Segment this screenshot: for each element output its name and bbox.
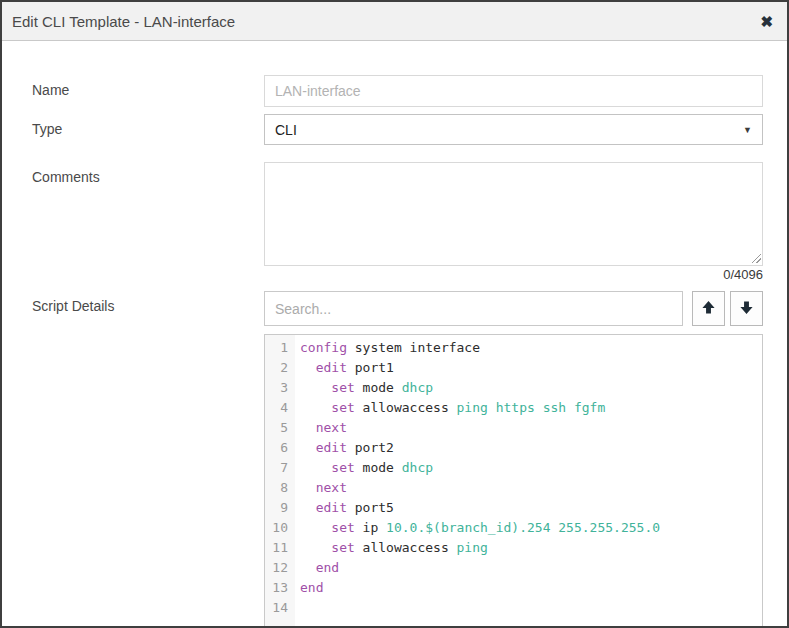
dialog-body: Name Type CLI ▼ Comments 0/4096 <box>2 41 787 628</box>
line-number: 12 <box>265 558 295 578</box>
name-row: Name <box>32 75 763 107</box>
type-label: Type <box>32 114 264 145</box>
line-number: 14 <box>265 598 295 618</box>
code-line: 12 end <box>265 558 762 578</box>
dialog-title: Edit CLI Template - LAN-interface <box>12 13 235 30</box>
line-number: 3 <box>265 378 295 398</box>
code-line: 7 set mode dhcp <box>265 458 762 478</box>
comments-label: Comments <box>32 162 264 282</box>
dialog-titlebar: Edit CLI Template - LAN-interface ✖ <box>2 2 787 41</box>
script-details-label: Script Details <box>32 291 264 628</box>
type-select-value: CLI <box>275 122 297 138</box>
code-text: end <box>295 578 323 598</box>
line-number: 4 <box>265 398 295 418</box>
code-text: config system interface <box>295 338 480 358</box>
search-next-button[interactable] <box>730 291 763 326</box>
code-line: 14 <box>265 598 762 618</box>
name-input[interactable] <box>264 75 763 107</box>
edit-cli-template-dialog: Edit CLI Template - LAN-interface ✖ Name… <box>0 0 789 628</box>
code-text: set allowaccess ping https ssh fgfm <box>295 398 605 418</box>
code-text: end <box>295 558 339 578</box>
comments-row: Comments 0/4096 <box>32 162 763 282</box>
code-text: next <box>295 418 347 438</box>
arrow-up-icon <box>701 300 716 318</box>
close-icon[interactable]: ✖ <box>760 14 773 29</box>
name-label: Name <box>32 75 264 107</box>
line-number: 2 <box>265 358 295 378</box>
chevron-down-icon: ▼ <box>743 125 752 135</box>
code-line: 1config system interface <box>265 338 762 358</box>
code-text: next <box>295 478 347 498</box>
code-line: 2 edit port1 <box>265 358 762 378</box>
code-line: 13end <box>265 578 762 598</box>
code-text: set mode dhcp <box>295 458 433 478</box>
arrow-down-icon <box>739 300 754 318</box>
line-number: 5 <box>265 418 295 438</box>
code-line: 3 set mode dhcp <box>265 378 762 398</box>
script-search-input[interactable] <box>264 291 683 326</box>
cli-script-editor[interactable]: 1config system interface2 edit port13 se… <box>264 334 763 628</box>
line-number: 11 <box>265 538 295 558</box>
search-prev-button[interactable] <box>692 291 725 326</box>
line-number: 9 <box>265 498 295 518</box>
comments-counter: 0/4096 <box>264 267 763 282</box>
code-line: 9 edit port5 <box>265 498 762 518</box>
script-search-bar <box>264 291 763 326</box>
script-details-row: Script Details 1config system <box>32 291 763 628</box>
code-text: set ip 10.0.$(branch_id).254 255.255.255… <box>295 518 660 538</box>
comments-textarea[interactable] <box>264 162 763 266</box>
line-number: 8 <box>265 478 295 498</box>
code-text <box>295 598 300 618</box>
line-number: 1 <box>265 338 295 358</box>
code-text: set mode dhcp <box>295 378 433 398</box>
code-line: 10 set ip 10.0.$(branch_id).254 255.255.… <box>265 518 762 538</box>
code-line: 4 set allowaccess ping https ssh fgfm <box>265 398 762 418</box>
line-number: 10 <box>265 518 295 538</box>
type-select[interactable]: CLI ▼ <box>264 114 763 145</box>
code-text: edit port2 <box>295 438 394 458</box>
type-row: Type CLI ▼ <box>32 114 763 145</box>
line-number: 7 <box>265 458 295 478</box>
code-text: set allowaccess ping <box>295 538 488 558</box>
code-line: 5 next <box>265 418 762 438</box>
line-number: 6 <box>265 438 295 458</box>
line-number: 13 <box>265 578 295 598</box>
code-line: 6 edit port2 <box>265 438 762 458</box>
code-line: 8 next <box>265 478 762 498</box>
code-line: 11 set allowaccess ping <box>265 538 762 558</box>
code-text: edit port5 <box>295 498 394 518</box>
code-text: edit port1 <box>295 358 394 378</box>
